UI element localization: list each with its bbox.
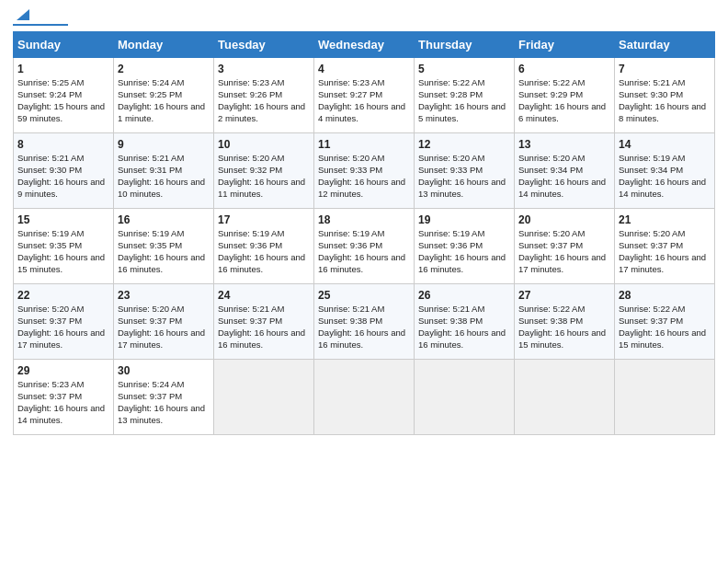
- sunset-text: Sunset: 9:37 PM: [17, 316, 82, 326]
- day-number: 29: [17, 363, 109, 378]
- day-number: 17: [218, 213, 310, 227]
- day-cell: 28Sunrise: 5:22 AMSunset: 9:37 PMDayligh…: [615, 284, 715, 360]
- sunset-text: Sunset: 9:38 PM: [318, 316, 382, 326]
- day-cell: 23Sunrise: 5:20 AMSunset: 9:37 PMDayligh…: [114, 284, 214, 360]
- daylight-text: Daylight: 16 hours and 6 minutes.: [518, 101, 606, 123]
- sunrise-text: Sunrise: 5:21 AM: [318, 304, 384, 314]
- day-number: 10: [218, 137, 310, 152]
- sunrise-text: Sunrise: 5:20 AM: [318, 153, 384, 163]
- day-number: 9: [118, 137, 210, 152]
- daylight-text: Daylight: 16 hours and 16 minutes.: [118, 252, 205, 274]
- day-cell: 5Sunrise: 5:22 AMSunset: 9:28 PMDaylight…: [415, 58, 515, 133]
- sunrise-text: Sunrise: 5:20 AM: [518, 153, 585, 163]
- day-cell: 11Sunrise: 5:20 AMSunset: 9:33 PMDayligh…: [314, 133, 415, 209]
- sunset-text: Sunset: 9:37 PM: [118, 391, 182, 401]
- day-cell: 10Sunrise: 5:20 AMSunset: 9:32 PMDayligh…: [214, 133, 314, 209]
- day-number: 27: [518, 288, 610, 303]
- sunset-text: Sunset: 9:30 PM: [17, 165, 82, 175]
- day-cell: 13Sunrise: 5:20 AMSunset: 9:34 PMDayligh…: [515, 133, 615, 209]
- day-cell: 4Sunrise: 5:23 AMSunset: 9:27 PMDaylight…: [314, 58, 415, 133]
- daylight-text: Daylight: 16 hours and 5 minutes.: [418, 101, 506, 123]
- daylight-text: Daylight: 16 hours and 17 minutes.: [619, 252, 706, 274]
- day-number: 13: [518, 137, 610, 152]
- daylight-text: Daylight: 16 hours and 12 minutes.: [318, 177, 405, 199]
- daylight-text: Daylight: 16 hours and 17 minutes.: [118, 327, 205, 350]
- sunset-text: Sunset: 9:37 PM: [118, 316, 182, 326]
- sunset-text: Sunset: 9:38 PM: [518, 316, 583, 326]
- day-number: 6: [518, 62, 610, 76]
- sunset-text: Sunset: 9:36 PM: [318, 240, 382, 250]
- daylight-text: Daylight: 15 hours and 59 minutes.: [17, 101, 105, 123]
- sunrise-text: Sunrise: 5:20 AM: [17, 304, 84, 314]
- daylight-text: Daylight: 16 hours and 1 minute.: [118, 101, 205, 123]
- daylight-text: Daylight: 16 hours and 16 minutes.: [318, 252, 405, 274]
- sunrise-text: Sunrise: 5:20 AM: [619, 228, 685, 238]
- sunset-text: Sunset: 9:37 PM: [518, 240, 583, 250]
- sunset-text: Sunset: 9:27 PM: [318, 89, 382, 99]
- header-row: Sunday Monday Tuesday Wednesday Thursday…: [14, 32, 715, 58]
- day-cell: 30Sunrise: 5:24 AMSunset: 9:37 PMDayligh…: [114, 360, 214, 435]
- day-cell: 26Sunrise: 5:21 AMSunset: 9:38 PMDayligh…: [415, 284, 515, 360]
- day-cell: 6Sunrise: 5:22 AMSunset: 9:29 PMDaylight…: [515, 58, 615, 133]
- sunset-text: Sunset: 9:32 PM: [218, 165, 282, 175]
- daylight-text: Daylight: 16 hours and 16 minutes.: [418, 327, 506, 350]
- day-cell: 3Sunrise: 5:23 AMSunset: 9:26 PMDaylight…: [214, 58, 314, 133]
- day-cell: 29Sunrise: 5:23 AMSunset: 9:37 PMDayligh…: [14, 360, 114, 435]
- day-number: 24: [218, 288, 310, 303]
- daylight-text: Daylight: 16 hours and 15 minutes.: [619, 327, 706, 350]
- day-cell: 2Sunrise: 5:24 AMSunset: 9:25 PMDaylight…: [114, 58, 214, 133]
- day-cell: 14Sunrise: 5:19 AMSunset: 9:34 PMDayligh…: [615, 133, 715, 209]
- daylight-text: Daylight: 16 hours and 14 minutes.: [17, 403, 105, 425]
- logo-triangle-icon: [15, 6, 31, 22]
- day-cell: 16Sunrise: 5:19 AMSunset: 9:35 PMDayligh…: [114, 209, 214, 284]
- day-cell: 9Sunrise: 5:21 AMSunset: 9:31 PMDaylight…: [114, 133, 214, 209]
- sunset-text: Sunset: 9:28 PM: [418, 89, 483, 99]
- sunset-text: Sunset: 9:33 PM: [418, 165, 483, 175]
- day-number: 15: [17, 213, 109, 227]
- day-number: 28: [619, 288, 711, 303]
- day-cell: [314, 360, 415, 435]
- day-number: 16: [118, 213, 210, 227]
- day-number: 18: [318, 213, 410, 227]
- sunset-text: Sunset: 9:35 PM: [118, 240, 182, 250]
- day-cell: 20Sunrise: 5:20 AMSunset: 9:37 PMDayligh…: [515, 209, 615, 284]
- daylight-text: Daylight: 16 hours and 16 minutes.: [418, 252, 506, 274]
- col-wednesday: Wednesday: [314, 32, 415, 58]
- day-number: 5: [418, 62, 510, 76]
- col-saturday: Saturday: [615, 32, 715, 58]
- sunrise-text: Sunrise: 5:20 AM: [218, 153, 284, 163]
- day-number: 1: [17, 62, 109, 76]
- day-cell: [415, 360, 515, 435]
- sunrise-text: Sunrise: 5:19 AM: [218, 228, 284, 238]
- col-tuesday: Tuesday: [214, 32, 314, 58]
- daylight-text: Daylight: 16 hours and 16 minutes.: [318, 327, 405, 350]
- sunrise-text: Sunrise: 5:23 AM: [17, 379, 84, 389]
- daylight-text: Daylight: 16 hours and 17 minutes.: [518, 252, 606, 274]
- sunset-text: Sunset: 9:25 PM: [118, 89, 182, 99]
- sunrise-text: Sunrise: 5:23 AM: [218, 77, 284, 87]
- day-number: 7: [619, 62, 711, 76]
- day-cell: 24Sunrise: 5:21 AMSunset: 9:37 PMDayligh…: [214, 284, 314, 360]
- week-row-4: 22Sunrise: 5:20 AMSunset: 9:37 PMDayligh…: [14, 284, 715, 360]
- day-cell: 19Sunrise: 5:19 AMSunset: 9:36 PMDayligh…: [415, 209, 515, 284]
- sunset-text: Sunset: 9:38 PM: [418, 316, 483, 326]
- daylight-text: Daylight: 16 hours and 11 minutes.: [218, 177, 305, 199]
- sunrise-text: Sunrise: 5:20 AM: [118, 304, 184, 314]
- sunset-text: Sunset: 9:35 PM: [17, 240, 82, 250]
- day-number: 8: [17, 137, 109, 152]
- sunrise-text: Sunrise: 5:25 AM: [17, 77, 84, 87]
- day-number: 30: [118, 363, 210, 378]
- daylight-text: Daylight: 16 hours and 17 minutes.: [17, 327, 105, 350]
- sunrise-text: Sunrise: 5:20 AM: [518, 228, 585, 238]
- logo: [13, 9, 68, 26]
- sunset-text: Sunset: 9:37 PM: [218, 316, 282, 326]
- week-row-2: 8Sunrise: 5:21 AMSunset: 9:30 PMDaylight…: [14, 133, 715, 209]
- logo-underline: [13, 24, 68, 26]
- sunrise-text: Sunrise: 5:21 AM: [418, 304, 484, 314]
- sunset-text: Sunset: 9:33 PM: [318, 165, 382, 175]
- week-row-3: 15Sunrise: 5:19 AMSunset: 9:35 PMDayligh…: [14, 209, 715, 284]
- sunrise-text: Sunrise: 5:21 AM: [118, 153, 184, 163]
- day-cell: [515, 360, 615, 435]
- day-number: 25: [318, 288, 410, 303]
- sunset-text: Sunset: 9:36 PM: [418, 240, 483, 250]
